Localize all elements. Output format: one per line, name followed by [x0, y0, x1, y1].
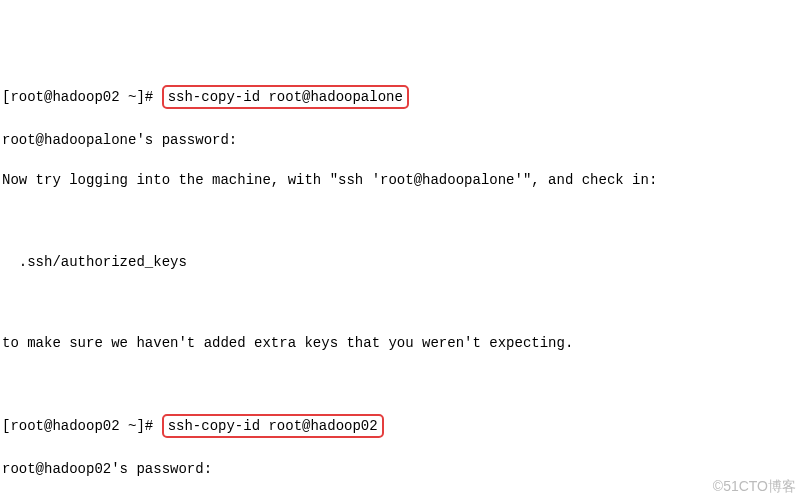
makesure-line: to make sure we haven't added extra keys…	[2, 333, 802, 353]
prompt: [root@hadoop02 ~]#	[2, 418, 153, 434]
blank-line	[2, 292, 802, 312]
blank-line	[2, 211, 802, 231]
blank-line	[2, 373, 802, 393]
cmd-line-1: [root@hadoop02 ~]# ssh-copy-id root@hado…	[2, 85, 802, 109]
command-highlight: ssh-copy-id root@hadoopalone	[162, 85, 409, 109]
password-prompt: root@hadoop02's password:	[2, 459, 802, 479]
watermark-text: ©51CTO博客	[713, 476, 796, 496]
prompt: [root@hadoop02 ~]#	[2, 89, 153, 105]
password-prompt: root@hadoopalone's password:	[2, 130, 802, 150]
login-advice: Now try logging into the machine, with "…	[2, 170, 802, 190]
cmd-line-2: [root@hadoop02 ~]# ssh-copy-id root@hado…	[2, 414, 802, 438]
command-highlight: ssh-copy-id root@hadoop02	[162, 414, 384, 438]
keys-path: .ssh/authorized_keys	[2, 252, 802, 272]
